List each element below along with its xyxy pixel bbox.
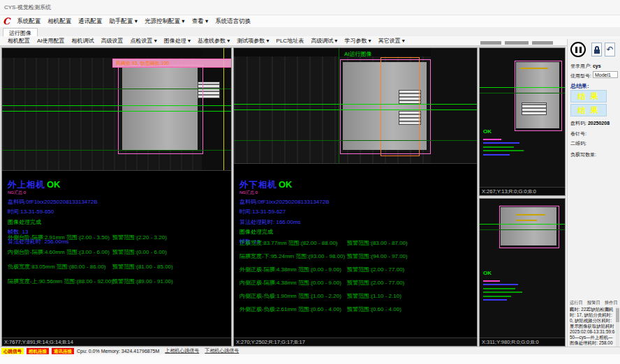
tool-baseline-params[interactable]: 基准线参数 ▾ (194, 37, 233, 45)
measurement-row: 外侧正极-隔膜:4.38mm 范围:(0.00 - 9.00) (239, 266, 341, 273)
pause-icon (580, 47, 582, 53)
overlay-line (480, 87, 565, 88)
overlay-line (234, 109, 477, 110)
measurement-warn: 预警范围:(89.00 - 91.00) (112, 278, 173, 285)
camera-name: 外上相机 (8, 180, 45, 190)
camera-panel-outer-lower: AI运行图像 外下相机OK NG汇总:0 盘料码:0fF1ixx20250208… (233, 47, 478, 347)
menu-system-config[interactable]: 系统配置 (13, 17, 44, 26)
tab-connector (522, 103, 547, 115)
overlay-roi-rect (499, 206, 559, 248)
measurement-row: 内侧台阶-隔膜:4.60mm 范围:(3.00 - 6.00) (8, 248, 110, 256)
camera-view-outer-upper[interactable]: 高阈值:93, 动态阈值:100 (2, 48, 231, 171)
measurement-warn: 预警范围:(2.00 - 77.00) (347, 266, 404, 273)
overlay-line (234, 104, 477, 105)
overlay-ai-rect (381, 57, 420, 156)
menu-comm-config[interactable]: 通讯配置 (75, 17, 105, 26)
status-ok: OK (47, 179, 61, 190)
undo-icon: ↶ (606, 43, 613, 56)
measurement-row: 外侧台阶-隔膜:2.91mm 范围:(2.00 - 3.50) (8, 234, 110, 241)
barcode-line: 盘料码:0fF1ixx2025020813313472B (8, 198, 98, 206)
overlay-line (480, 224, 565, 225)
barcode-line: 盘料码:0fF1ixx2025020813313472B (239, 198, 330, 206)
menu-light-control-config[interactable]: 光源控制配置 ▾ (141, 17, 189, 26)
overlay-vline (339, 48, 339, 163)
camera-view-outer-lower[interactable]: AI运行图像 (234, 48, 477, 164)
status-ok: OK (483, 270, 492, 276)
camera-name: 外下相机 (239, 180, 277, 190)
undo-button[interactable]: ↶ (605, 43, 615, 56)
tool-camera-config[interactable]: 相机配置 (4, 37, 34, 45)
pixel-coords-readout: X:267;Y:13;R:0;G:0;B:0 (480, 187, 565, 195)
tray-code-row: 盘料码: 20250208 (570, 120, 610, 127)
overlay-line (234, 140, 477, 141)
time-line: 时间:13-31-59-627 (239, 208, 330, 215)
result-indicator-1: 结 果 (570, 90, 607, 103)
model-select[interactable]: Model1 (593, 71, 618, 78)
camera-view-mini-top[interactable]: OK (480, 48, 565, 189)
menu-language-switch[interactable]: 系统语言切换 (212, 17, 254, 26)
measurement-warn: 预警范围:(2.20 - 3.20) (112, 234, 167, 241)
menu-bar: C 系统配置 相机配置 通讯配置 助手配置 ▾ 光源控制配置 ▾ 查看 ▾ 系统… (0, 15, 620, 27)
upper-camera-heartbeat-link[interactable]: 上相机心跳信号 (165, 347, 199, 354)
menu-camera-config[interactable]: 相机配置 (44, 17, 75, 26)
camera-panel-mini-top: OK X:267;Y:13;R:0;G:0;B:0 (479, 47, 566, 196)
measurement-row: 隔膜宽度-上:90.56mm 范围:(88.00 - 92.00) (8, 278, 113, 285)
tool-test-params[interactable]: 测试项参数 ▾ (233, 37, 272, 45)
measurement-row: 正极宽度:83.77mm 范围:(82.00 - 88.00) (239, 239, 338, 247)
tool-spot-check[interactable]: 点检设置 ▾ (127, 37, 161, 45)
tool-other-settings[interactable]: 其它设置 ▾ (375, 37, 408, 45)
measurement-row: 内侧正极-隔膜:4.38mm 范围:(0.00 - 9.00) (239, 279, 341, 287)
result-indicator-2: 结 果 (570, 104, 607, 116)
tool-ai-use-config[interactable]: AI使用配置 (34, 37, 68, 45)
camera-panel-outer-upper: 高阈值:93, 动态阈值:100 外上相机OK NG汇总:0 盘料码:0fF1i… (1, 47, 232, 347)
tray-code-value: 20250208 (588, 121, 610, 126)
status-ok: OK (279, 179, 293, 190)
login-user-label: 登录用户: (570, 63, 591, 68)
threshold-label: 高阈值:93, 动态阈值:100 (116, 61, 169, 66)
needle-label: 卷针号: (570, 130, 586, 137)
sidebar: ↶ 登录用户: cys 使用型号: Model1 总结果: 结 果 结 果 盘料… (567, 39, 620, 353)
menu-view[interactable]: 查看 ▾ (189, 17, 212, 26)
measurement-row: 内侧正极-负极:1.90mm 范围:(1.00 - 2.20) (239, 292, 341, 300)
overlay-line (2, 111, 231, 112)
overlay-line (480, 93, 565, 93)
photo-dark-band (2, 48, 231, 58)
lower-camera-heartbeat-link[interactable]: 下相机心跳信号 (205, 347, 239, 354)
tool-camera-debug[interactable]: 相机调试 (68, 37, 98, 45)
overlay-text-bar (520, 68, 548, 69)
overlay-roi-rect (515, 61, 562, 131)
mini-caption-bar (505, 41, 529, 45)
camera-view-mini-bottom[interactable]: OK (480, 199, 565, 340)
log-scrollbar-thumb[interactable] (616, 308, 619, 322)
process-done-line: 图像处理完成 (239, 228, 330, 236)
tool-advanced-debug[interactable]: 高级调试 ▾ (307, 37, 341, 45)
measurement-row: 隔膜宽度-下:95.24mm 范围:(93.00 - 98.00) (239, 252, 345, 260)
comm-connect-badge: 通讯连接 (52, 348, 74, 354)
qr-label: 二维码: (570, 140, 586, 147)
mini-readout: OK (483, 123, 532, 158)
model-label: 使用型号: (570, 73, 591, 79)
mini-readout: OK (483, 265, 532, 303)
measurement-warn: 预警范围:(0.60 - 4.00) (347, 305, 401, 313)
tool-advanced-settings[interactable]: 高级设置 (98, 37, 127, 45)
lock-button[interactable] (591, 43, 602, 56)
tab-row: 运行图像 (0, 27, 620, 37)
pixel-coords-readout: X:270;Y:2502;R:17;G:17;B:17 (234, 338, 477, 346)
log-scrollbar[interactable] (616, 307, 619, 347)
camera-connect-badge: 相机连接 (27, 348, 49, 354)
heartbeat-badge: 心跳信号 (1, 348, 24, 354)
measurement-warn: 预警范围:(81.00 - 85.00) (112, 263, 173, 271)
readout-block: 外下相机OK NG汇总:0 盘料码:0fF1ixx202502081331347… (239, 178, 330, 245)
photo-right-dark (431, 48, 477, 163)
tool-learning-params[interactable]: 学习参数 ▾ (341, 37, 374, 45)
window-bottom-edge (0, 354, 620, 364)
pause-button[interactable] (570, 42, 586, 57)
menu-assistant-config[interactable]: 助手配置 ▾ (105, 17, 141, 26)
overlay-line (2, 150, 231, 151)
status-ok: OK (483, 128, 492, 135)
measurement-warn: 预警范围:(94.00 - 97.00) (347, 252, 408, 260)
tool-image-processing[interactable]: 图像处理 ▾ (161, 37, 194, 45)
overlay-line (480, 229, 565, 230)
login-user-value: cys (593, 63, 601, 68)
tool-plc-address-table[interactable]: PLC地址表 (273, 37, 308, 45)
